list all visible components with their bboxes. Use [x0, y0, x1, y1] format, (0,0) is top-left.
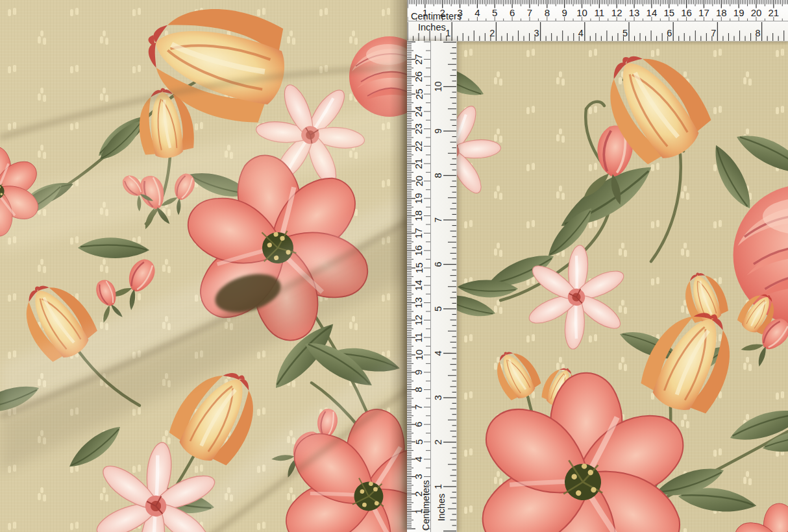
h-inch-number-6: 6	[667, 28, 672, 38]
vertical-ruler: 1234567891011121314151617181920212223242…	[407, 41, 457, 532]
v-inch-number-7: 7	[433, 217, 443, 223]
h-cm-number-6: 6	[510, 7, 515, 18]
v-cm-number-16: 16	[413, 245, 425, 256]
v-cm-number-6: 6	[413, 422, 425, 427]
vertical-ruler-centimeters-label: Centimeters	[421, 480, 430, 531]
v-cm-number-25: 25	[413, 89, 425, 100]
h-inch-number-4: 4	[578, 28, 584, 38]
v-cm-number-21: 21	[413, 158, 425, 169]
h-inch-number-7: 7	[711, 28, 716, 38]
v-cm-number-27: 27	[413, 54, 425, 65]
v-cm-number-13: 13	[413, 297, 425, 308]
v-cm-number-10: 10	[413, 350, 425, 361]
v-inch-number-10: 10	[433, 81, 443, 91]
h-cm-number-8: 8	[545, 7, 550, 18]
fabric-photo-illustration	[0, 0, 788, 532]
horizontal-ruler: 1234567891011121314151617181920211234567…	[407, 0, 788, 42]
h-cm-number-5: 5	[492, 7, 497, 18]
h-cm-number-14: 14	[646, 7, 658, 18]
v-cm-number-8: 8	[413, 387, 425, 392]
h-cm-number-7: 7	[527, 7, 532, 18]
fabric-product-photo: 1234567891011121314151617181920211234567…	[0, 0, 788, 532]
h-cm-number-21: 21	[769, 7, 780, 18]
h-inch-number-1: 1	[445, 28, 450, 38]
h-inch-number-3: 3	[534, 28, 539, 38]
v-cm-number-24: 24	[413, 106, 425, 117]
v-inch-number-2: 2	[433, 439, 443, 444]
v-cm-number-7: 7	[413, 404, 425, 409]
v-cm-number-19: 19	[413, 193, 425, 204]
h-cm-number-16: 16	[681, 7, 692, 18]
v-cm-number-15: 15	[413, 263, 425, 274]
h-inch-number-2: 2	[489, 28, 495, 38]
vertical-ruler-scale: 1234567891011121314151617181920212223242…	[407, 41, 456, 532]
h-cm-number-13: 13	[629, 7, 640, 18]
h-cm-number-20: 20	[751, 7, 762, 18]
h-cm-number-4: 4	[474, 7, 480, 18]
h-inch-number-8: 8	[756, 28, 761, 38]
v-inch-number-1: 1	[433, 484, 443, 489]
h-cm-number-9: 9	[561, 7, 567, 18]
v-cm-number-11: 11	[413, 332, 425, 343]
v-inch-number-9: 9	[433, 128, 443, 134]
v-cm-number-20: 20	[413, 176, 425, 187]
h-cm-number-18: 18	[716, 7, 727, 18]
h-cm-number-10: 10	[576, 7, 587, 18]
v-cm-number-5: 5	[413, 439, 425, 444]
vertical-ruler-inches-label: Inches	[437, 494, 446, 522]
v-cm-number-9: 9	[413, 370, 425, 375]
h-cm-number-15: 15	[663, 7, 674, 18]
v-inch-number-6: 6	[433, 261, 443, 267]
v-cm-number-12: 12	[413, 315, 425, 326]
horizontal-ruler-inches-label: Inches	[418, 23, 446, 32]
v-inch-number-4: 4	[433, 350, 443, 356]
h-inch-number-5: 5	[622, 28, 628, 38]
v-cm-number-23: 23	[413, 123, 425, 134]
v-inch-number-5: 5	[433, 306, 443, 311]
h-cm-number-11: 11	[595, 7, 605, 18]
horizontal-ruler-centimeters-label: Centimeters	[411, 12, 462, 21]
v-inch-number-8: 8	[433, 173, 443, 178]
v-cm-number-4: 4	[413, 457, 425, 462]
v-cm-number-3: 3	[413, 474, 425, 479]
v-cm-number-14: 14	[413, 280, 425, 291]
draped-fabric-photo	[0, 0, 473, 532]
h-cm-number-17: 17	[698, 7, 709, 18]
h-cm-number-12: 12	[611, 7, 622, 18]
v-inch-number-3: 3	[433, 395, 443, 400]
v-cm-number-18: 18	[413, 210, 425, 221]
h-cm-number-19: 19	[733, 7, 745, 18]
v-cm-number-17: 17	[413, 228, 425, 239]
horizontal-ruler-scale: 1234567891011121314151617181920211234567…	[408, 0, 788, 41]
v-cm-number-22: 22	[413, 141, 425, 152]
v-cm-number-26: 26	[413, 71, 425, 82]
